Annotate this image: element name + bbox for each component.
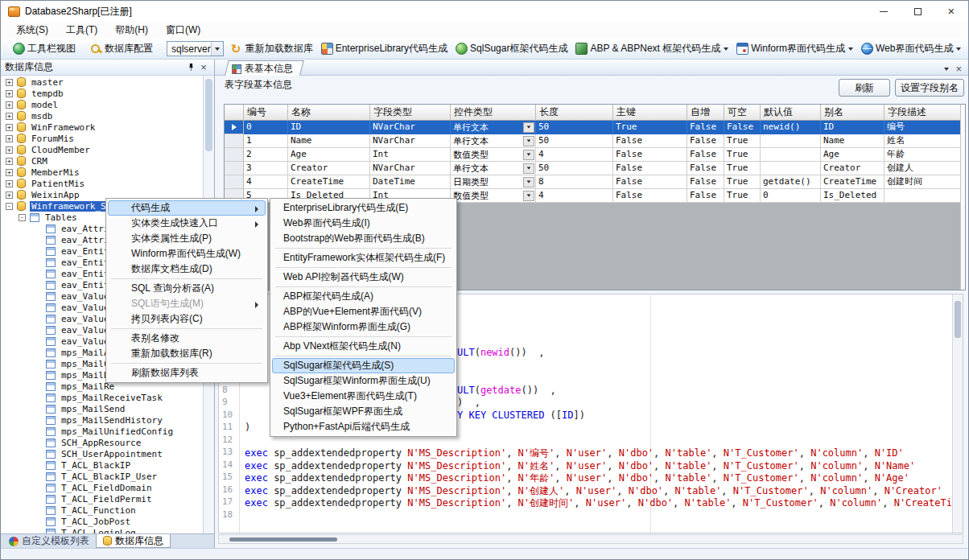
tree-item-model[interactable]: +model (1, 99, 203, 110)
grid-column-header-10[interactable]: 字段描述 (884, 105, 961, 121)
cell-r2-c10[interactable]: 年龄 (884, 148, 961, 162)
cell-r2-c5[interactable]: False (613, 148, 687, 162)
cell-r5-c6[interactable]: False (687, 189, 724, 203)
row-marker[interactable] (225, 162, 244, 175)
cell-r1-c9[interactable]: Name (821, 134, 884, 148)
editor-vertical-scrollbar[interactable] (952, 294, 963, 533)
cell-r0-c7[interactable]: False (724, 121, 761, 134)
tree-item-T_ACL_FieldDomain[interactable]: T_ACL_FieldDomain (1, 482, 203, 493)
table-row-3[interactable]: 3CreatorNVarChar单行文本50FalseFalseTrueCrea… (225, 162, 965, 175)
menubar-item-0[interactable]: 系统(S) (7, 22, 57, 39)
expander-icon[interactable]: + (6, 169, 13, 176)
toolbar-button-10[interactable]: Winform界面代码生成 (732, 40, 857, 58)
combo-dropdown-icon[interactable] (523, 136, 534, 146)
context-menu-item-10[interactable]: 表别名修改 (108, 331, 266, 346)
cell-r4-c8[interactable]: getdate() (761, 175, 821, 189)
toolbar-button-1[interactable]: 工具栏视图 (9, 40, 80, 58)
cell-r0-c5[interactable]: True (613, 121, 687, 134)
cell-r0-c8[interactable]: newid() (761, 121, 821, 134)
grid-column-header-8[interactable]: 默认值 (761, 105, 821, 121)
editor-horizontal-scrollbar[interactable] (218, 534, 963, 544)
tree-item-WinFramework[interactable]: +WinFramework (1, 121, 203, 133)
toolbar-button-8[interactable]: SqlSugar框架代码生成 (452, 40, 571, 58)
cell-r3-c2[interactable]: NVarChar (370, 162, 451, 175)
cell-r0-c6[interactable]: False (687, 121, 724, 134)
context-menu-item-1[interactable]: 实体类生成快速入口 (108, 216, 266, 231)
cell-r4-c3[interactable]: 日期类型 (451, 175, 536, 189)
submenu-item-0[interactable]: EnterpriseLibrary代码生成(E) (272, 200, 455, 216)
toolbar-button-6[interactable]: 重新加载数据库 (227, 40, 317, 58)
tree-item-T_ACL_BlackIP[interactable]: T_ACL_BlackIP (1, 459, 203, 471)
tree-item-T_ACL_BlackIP_User[interactable]: T_ACL_BlackIP_User (1, 471, 203, 482)
submenu-item-14[interactable]: SqlSugar框架代码生成(S) (272, 358, 455, 373)
toolbar-button-11[interactable]: Web界面代码生成 (857, 40, 965, 58)
tree-item-ForumMis[interactable]: +ForumMis (1, 133, 203, 144)
expander-icon[interactable]: + (6, 101, 13, 109)
cell-r3-c7[interactable]: True (724, 162, 761, 175)
toolbar-button-9[interactable]: ABP & ABPNext 框架代码生成 (571, 40, 732, 58)
editor-vscroll-thumb[interactable] (955, 301, 961, 338)
cell-r2-c3[interactable]: 数值类型 (451, 148, 536, 162)
cell-r3-c10[interactable]: 创建人 (884, 162, 961, 175)
tree-scrollbar-thumb[interactable] (205, 79, 212, 151)
cell-r2-c2[interactable]: Int (370, 148, 451, 162)
toolbar-button-7[interactable]: EnterpriseLibrary代码生成 (317, 40, 452, 58)
cell-r5-c4[interactable]: 4 (536, 189, 613, 203)
context-menu-item-13[interactable]: 刷新数据库列表 (108, 365, 266, 381)
context-menu-item-0[interactable]: 代码生成 (108, 200, 266, 216)
submenu-item-8[interactable]: ABP框架代码生成(A) (272, 289, 455, 304)
grid-column-header-6[interactable]: 自增 (687, 105, 724, 121)
cell-r3-c5[interactable]: False (613, 162, 687, 175)
tree-item-T_ACL_LoginLog[interactable]: T_ACL_LoginLog (1, 527, 203, 533)
cell-r2-c8[interactable] (761, 148, 821, 162)
cell-r5-c7[interactable]: True (724, 189, 761, 203)
expander-icon[interactable]: + (6, 135, 13, 142)
cell-r4-c6[interactable]: False (687, 175, 724, 189)
expander-icon[interactable]: + (6, 180, 13, 187)
cell-r1-c5[interactable]: False (613, 134, 687, 148)
cell-r5-c9[interactable]: Is_Deleted (821, 189, 884, 203)
set-field-alias-button[interactable]: 设置字段别名 (895, 79, 964, 97)
expander-icon[interactable]: + (6, 124, 13, 131)
grid-scrollbar[interactable] (960, 105, 965, 290)
cell-r2-c7[interactable]: True (724, 148, 761, 162)
row-marker[interactable] (225, 121, 244, 134)
cell-r4-c9[interactable]: CreateTime (821, 175, 884, 189)
submenu-item-15[interactable]: SqlSugar框架Winform界面生成(U) (272, 373, 455, 389)
grid-corner-cell[interactable] (225, 105, 244, 121)
maximize-button[interactable] (901, 1, 934, 22)
tree-item-T_ACL_JobPost[interactable]: T_ACL_JobPost (1, 516, 203, 527)
expander-icon[interactable]: + (6, 90, 13, 97)
grid-column-header-3[interactable]: 控件类型 (451, 105, 536, 121)
context-menu-item-2[interactable]: 实体类属性生成(P) (108, 231, 266, 246)
tree-item-SCH_UserAppointment[interactable]: SCH_UserAppointment (1, 448, 203, 459)
context-menu-item-11[interactable]: 重新加载数据库(R) (108, 346, 266, 361)
submenu-item-1[interactable]: Web界面代码生成(I) (272, 216, 455, 231)
tree-item-T_ACL_Function[interactable]: T_ACL_Function (1, 504, 203, 516)
cell-r3-c6[interactable]: False (687, 162, 724, 175)
table-row-1[interactable]: 1NameNVarChar单行文本50FalseFalseTrueName姓名 (225, 134, 965, 148)
submenu-item-4[interactable]: EntityFramework实体框架代码生成(F) (272, 250, 455, 266)
expander-icon[interactable]: + (6, 191, 13, 199)
cell-r4-c2[interactable]: DateTime (370, 175, 451, 189)
context-menu-item-3[interactable]: Winform界面代码生成(W) (108, 246, 266, 261)
row-marker[interactable] (225, 175, 244, 189)
cell-r5-c5[interactable]: False (613, 189, 687, 203)
cell-r4-c5[interactable]: False (613, 175, 687, 189)
cell-r0-c1[interactable]: ID (288, 121, 370, 134)
row-marker[interactable] (225, 148, 244, 162)
cell-r3-c0[interactable]: 3 (244, 162, 288, 175)
grid-column-header-9[interactable]: 别名 (821, 105, 884, 121)
database-type-combo[interactable]: sqlserver (167, 41, 224, 56)
row-marker[interactable] (225, 134, 244, 148)
cell-r4-c4[interactable]: 8 (536, 175, 613, 189)
toolbar-button-3[interactable]: 数据库配置 (86, 40, 157, 58)
menubar-item-1[interactable]: 工具(T) (57, 22, 106, 39)
submenu-item-17[interactable]: SqlSugar框架WPF界面生成 (272, 404, 455, 419)
submenu-item-12[interactable]: Abp VNext框架代码生成(N) (272, 339, 455, 354)
side-tab-1[interactable]: 数据库信息 (96, 534, 171, 548)
cell-r0-c10[interactable]: 编号 (884, 121, 961, 134)
cell-r1-c0[interactable]: 1 (244, 134, 288, 148)
submenu-item-2[interactable]: Bootstrap的Web界面代码生成(B) (272, 231, 455, 246)
expander-icon[interactable]: - (19, 214, 26, 221)
